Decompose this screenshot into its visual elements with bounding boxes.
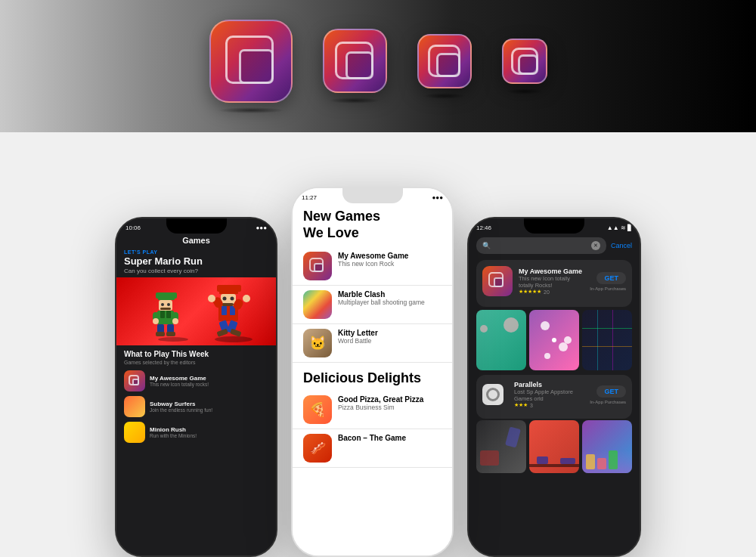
svg-point-22 xyxy=(223,297,227,301)
right-result-icon-1 xyxy=(482,266,513,296)
right-time: 12:46 xyxy=(476,224,491,231)
left-game-name-2: Minion Rush xyxy=(150,426,197,433)
svg-point-6 xyxy=(167,303,170,306)
icon-wrapper-lg xyxy=(209,20,293,113)
middle-game-desc-3: Pizza Business Sim xyxy=(338,404,423,412)
right-result-action-2: GET In-App Purchases xyxy=(590,385,626,404)
svg-rect-10 xyxy=(166,311,171,318)
left-game-title: Super Mario Run xyxy=(116,255,276,268)
right-count-2: 3 xyxy=(530,403,533,408)
middle-game-row-0: My Awesome Game This new Icon Rock xyxy=(293,247,452,286)
app-icon-small xyxy=(417,34,472,88)
middle-game-info-1: Marble Clash Multiplayer ball shooting g… xyxy=(338,290,425,307)
search-clear-button[interactable]: ✕ xyxy=(591,241,600,250)
left-hero-image xyxy=(116,277,276,345)
icon-shadow-sm xyxy=(423,93,466,99)
middle-signal: ●●● xyxy=(432,194,444,201)
right-result-rating-1: ★★★★★ 20 xyxy=(519,289,584,295)
middle-game-row-1: Marble Clash Multiplayer ball shooting g… xyxy=(293,286,452,324)
middle-game-info-2: Kitty Letter Word Battle xyxy=(338,329,378,345)
icon-shadow-md xyxy=(329,97,380,104)
middle-game-name-4: Bacon – The Game xyxy=(338,434,406,442)
phone-notch-middle xyxy=(342,188,403,203)
icon-wrapper-md xyxy=(323,29,387,104)
middle-game-row-3: 🍕 Good Pizza, Great Pizza Pizza Business… xyxy=(293,391,452,429)
right-screenshot-1a xyxy=(476,310,526,370)
svg-rect-9 xyxy=(160,311,165,318)
right-result-card-2: Parallels Lost Sp Apple Appstore Games o… xyxy=(476,375,632,419)
left-game-desc-2: Run with the Minions! xyxy=(150,433,197,438)
left-game-icon-subway xyxy=(124,396,145,417)
right-result-action-1: GET In-App Purchases xyxy=(590,272,626,291)
middle-game-name-3: Good Pizza, Great Pizza xyxy=(338,395,423,404)
right-result-main-2: Parallels Lost Sp Apple Appstore Games o… xyxy=(482,381,626,408)
left-game-row-0: My Awesome Game This new Icon totally ro… xyxy=(116,368,276,394)
phone-screen-middle: 11:27 ●●● New Games We Love My Awesome G… xyxy=(293,188,452,555)
svg-rect-20 xyxy=(219,289,238,294)
right-result-info-2: Parallels Lost Sp Apple Appstore Games o… xyxy=(514,381,584,408)
left-title: Games xyxy=(116,234,276,249)
right-screenshot-2c xyxy=(582,420,632,473)
phone-screen-right: 12:46 ▲▲ ≋ ▊ 🔍 ✕ Cancel xyxy=(469,218,640,555)
middle-game-icon-bacon: 🥓 xyxy=(303,434,332,463)
left-signal: ●●● xyxy=(256,224,268,231)
right-result-icon-2 xyxy=(482,384,503,405)
svg-rect-17 xyxy=(156,332,165,336)
left-game-sub: Can you collect every coin? xyxy=(116,268,276,277)
middle-game-icon-marble xyxy=(303,290,332,319)
svg-point-30 xyxy=(208,295,215,302)
svg-rect-18 xyxy=(166,332,175,336)
app-icon-large xyxy=(209,20,293,103)
left-game-desc-1: Join the endless running fun! xyxy=(150,407,212,413)
svg-rect-24 xyxy=(222,303,234,306)
right-count-1: 20 xyxy=(544,289,550,295)
right-stars-1: ★★★★★ xyxy=(519,289,541,295)
middle-phone-content: 11:27 ●●● New Games We Love My Awesome G… xyxy=(293,188,452,555)
left-phone-content: 10:06 ●●● Games LET'S PLAY Super Mario R… xyxy=(116,218,276,555)
left-game-info-2: Minion Rush Run with the Minions! xyxy=(150,426,197,438)
middle-game-info-4: Bacon – The Game xyxy=(338,434,406,442)
icon-wrapper-sm xyxy=(417,34,472,99)
left-game-desc-0: This new Icon totally rocks! xyxy=(150,382,209,387)
right-result-sub-2: Lost Sp Apple Appstore Games orld xyxy=(514,388,584,402)
right-result-info-1: My Awesome Game This new Icon totally to… xyxy=(519,268,584,295)
left-game-row-2: Minion Rush Run with the Minions! xyxy=(116,419,276,445)
right-phone-content: 12:46 ▲▲ ≋ ▊ 🔍 ✕ Cancel xyxy=(469,218,640,555)
icon-wrapper-xs xyxy=(502,39,547,94)
right-screenshot-2a xyxy=(476,420,526,473)
left-section-title: What to Play This Week xyxy=(116,345,276,360)
middle-header-line1: New Games xyxy=(303,209,380,224)
bottom-section: 10:06 ●●● Games LET'S PLAY Super Mario R… xyxy=(0,132,756,557)
svg-rect-7 xyxy=(160,308,171,310)
right-screenshots-1 xyxy=(476,310,632,370)
svg-point-5 xyxy=(161,303,164,306)
middle-header-line2: We Love xyxy=(303,225,359,240)
search-cancel-button[interactable]: Cancel xyxy=(611,242,632,249)
svg-point-31 xyxy=(243,295,250,302)
middle-game-info-3: Good Pizza, Great Pizza Pizza Business S… xyxy=(338,395,423,412)
right-searchbar[interactable]: 🔍 ✕ Cancel xyxy=(469,234,640,257)
svg-point-13 xyxy=(153,318,159,324)
middle-game-info-0: My Awesome Game This new Icon Rock xyxy=(338,252,408,268)
svg-rect-3 xyxy=(158,296,175,300)
left-game-name-0: My Awesome Game xyxy=(150,375,209,382)
middle-game-row-4: 🥓 Bacon – The Game xyxy=(293,429,452,468)
top-banner xyxy=(0,0,756,132)
phone-screen-left: 10:06 ●●● Games LET'S PLAY Super Mario R… xyxy=(116,218,276,555)
left-game-icon-minion xyxy=(124,422,145,443)
left-lets-play: LET'S PLAY xyxy=(116,249,276,255)
right-search-input-field[interactable]: 🔍 ✕ xyxy=(476,237,606,254)
phone-left: 10:06 ●●● Games LET'S PLAY Super Mario R… xyxy=(115,217,277,557)
search-icon: 🔍 xyxy=(482,242,491,249)
middle-game-name-2: Kitty Letter xyxy=(338,329,378,337)
svg-point-23 xyxy=(231,297,234,301)
middle-section1-header: New Games We Love xyxy=(293,204,452,247)
left-game-row-1: Subway Surfers Join the endless running … xyxy=(116,394,276,419)
right-get-button-2[interactable]: GET xyxy=(596,385,626,398)
svg-point-0 xyxy=(215,336,253,342)
middle-time: 11:27 xyxy=(302,194,317,201)
right-iap-1: In-App Purchases xyxy=(590,286,626,291)
left-game-icon-awesome xyxy=(124,370,145,391)
right-get-button-1[interactable]: GET xyxy=(596,272,626,284)
right-screenshot-1c xyxy=(582,310,632,370)
